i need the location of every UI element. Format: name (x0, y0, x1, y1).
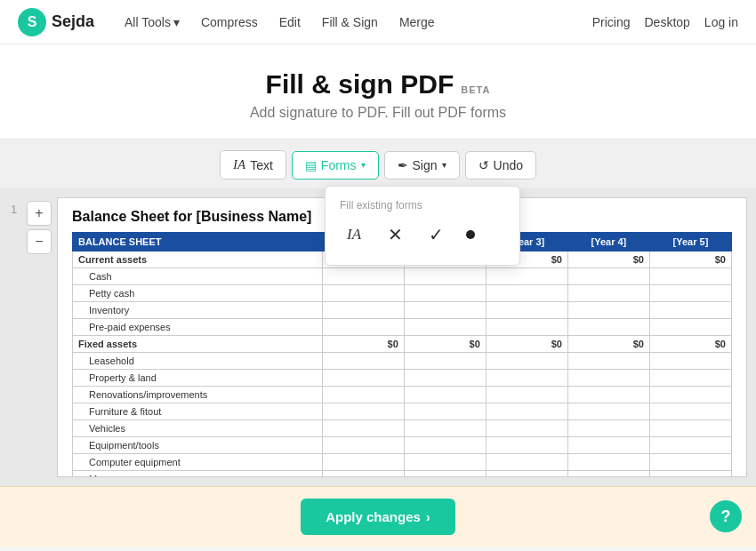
table-row: Inventory (73, 302, 732, 319)
hero-section: Fill & sign PDF BETA Add signature to PD… (0, 44, 756, 140)
col-header-name: BALANCE SHEET (73, 233, 323, 252)
table-row: Petty cash (73, 285, 732, 302)
nav-edit[interactable]: Edit (270, 10, 310, 35)
forms-tool-button[interactable]: ▤ Forms ▾ (292, 151, 379, 180)
dropdown-cross-icon[interactable]: ✕ (381, 220, 409, 249)
table-row: Fixed assets$0$0$0$0$0 (73, 336, 732, 353)
table-row: More... (73, 471, 732, 478)
table-row: Renovations/improvements (73, 387, 732, 403)
logo-area[interactable]: S Sejda (18, 8, 94, 36)
balance-table: BALANCE SHEET [Year 1] [Year 2] [Year 3]… (72, 232, 732, 477)
help-button[interactable]: ? (710, 500, 742, 532)
forms-dropdown: Fill existing forms IA ✕ ✓ (325, 186, 520, 266)
dropdown-dot-icon[interactable] (462, 230, 479, 239)
dropdown-check-icon[interactable]: ✓ (422, 220, 450, 249)
table-row: Furniture & fitout (73, 403, 732, 420)
page-number: 1 (9, 197, 27, 477)
nav-pricing[interactable]: Pricing (592, 15, 631, 29)
brand-name: Sejda (52, 12, 94, 31)
col-header-year4: [Year 4] (567, 233, 649, 252)
nav-fill-sign[interactable]: Fill & Sign (313, 10, 387, 35)
logo-icon: S (18, 8, 46, 36)
bottom-bar: Apply changes › ? (0, 486, 756, 547)
undo-button[interactable]: ↺ Undo (465, 151, 536, 180)
apply-changes-button[interactable]: Apply changes › (301, 499, 455, 535)
undo-icon: ↺ (479, 158, 489, 172)
page-title: Fill & sign PDF BETA (266, 69, 491, 100)
apply-arrow-icon: › (426, 509, 430, 524)
nav-login[interactable]: Log in (704, 15, 738, 29)
nav-compress[interactable]: Compress (192, 10, 267, 35)
sign-caret-icon: ▾ (442, 160, 446, 170)
nav-links: All Tools ▾ Compress Edit Fill & Sign Me… (116, 10, 585, 35)
chevron-down-icon: ▾ (173, 15, 180, 29)
text-tool-button[interactable]: IA Text (220, 150, 286, 180)
dropdown-text-icon[interactable]: IA (340, 220, 368, 249)
nav-desktop[interactable]: Desktop (644, 15, 689, 29)
table-row: Property & land (73, 370, 732, 387)
table-row: Computer equipment (73, 454, 732, 471)
text-tool-icon: IA (233, 157, 245, 172)
dropdown-section-label: Fill existing forms (326, 196, 519, 217)
toolbar: IA Text ▤ Forms ▾ ✒ Sign ▾ ↺ Undo Fill e… (0, 140, 756, 188)
zoom-in-button[interactable]: + (27, 201, 52, 226)
sign-tool-button[interactable]: ✒ Sign ▾ (384, 151, 460, 180)
col-header-year5: [Year 5] (649, 233, 731, 252)
dropdown-icons-row: IA ✕ ✓ (326, 217, 519, 256)
forms-caret-icon: ▾ (361, 160, 366, 170)
nav-merge[interactable]: Merge (390, 10, 444, 35)
zoom-out-button[interactable]: − (27, 229, 52, 254)
sign-icon: ✒ (398, 158, 408, 172)
table-row: Leasehold (73, 353, 732, 370)
nav-right: Pricing Desktop Log in (592, 15, 738, 29)
hero-subtitle: Add signature to PDF. Fill out PDF forms (0, 105, 756, 121)
nav-all-tools[interactable]: All Tools ▾ (116, 10, 189, 35)
beta-badge: BETA (461, 84, 490, 95)
table-row: Vehicles (73, 420, 732, 437)
forms-icon: ▤ (305, 158, 317, 172)
table-row: Equipment/tools (73, 437, 732, 454)
table-row: Pre-paid expenses (73, 319, 732, 336)
zoom-controls: + − (27, 197, 57, 477)
table-row: Cash (73, 268, 732, 285)
navbar: S Sejda All Tools ▾ Compress Edit Fill &… (0, 0, 756, 44)
